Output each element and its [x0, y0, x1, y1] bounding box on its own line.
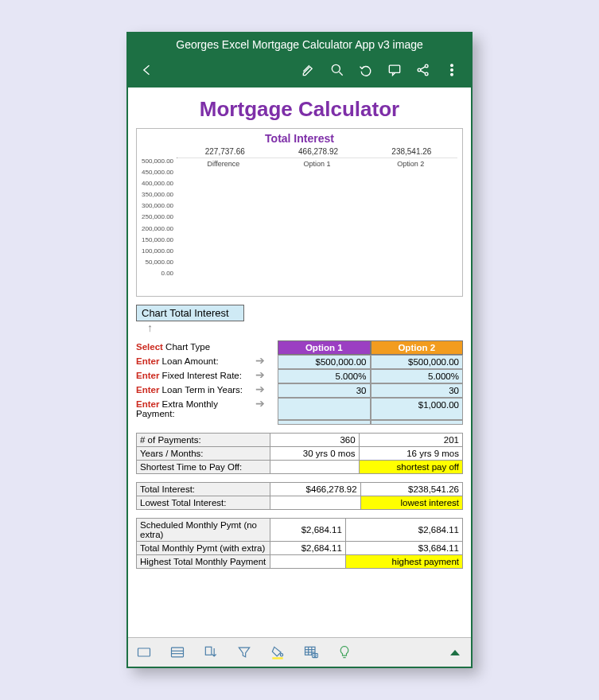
svg-rect-1 [389, 65, 399, 72]
column-header-option1: Option 1 [278, 340, 371, 355]
card-view-icon[interactable] [134, 643, 154, 662]
arrow-right-icon: ➔ [255, 383, 278, 398]
results-table-payments: # of Payments:360201 Years / Months:30 y… [136, 433, 463, 474]
document-content: Mortgage Calculator Total Interest 500,0… [128, 88, 471, 637]
chart-total-interest: Total Interest 500,000.00 450,000.00 400… [136, 128, 463, 297]
expand-up-icon[interactable] [445, 643, 465, 662]
filter-icon[interactable] [235, 643, 254, 662]
pointer-up-icon: ↑ [147, 321, 153, 334]
share-icon[interactable] [412, 59, 434, 81]
loan-term-option1[interactable]: 30 [278, 383, 371, 398]
comment-icon[interactable] [383, 59, 406, 81]
arrow-right-icon: ➔ [255, 398, 278, 420]
interest-rate-option1[interactable]: 5.000% [278, 369, 371, 383]
extra-payment-option1[interactable] [278, 398, 371, 420]
chart-plot: 227,737.66 466,278.92 238,541.26 [177, 158, 457, 158]
svg-rect-12 [205, 647, 212, 655]
chart-yaxis: 500,000.00 450,000.00 400,000.00 350,000… [142, 146, 177, 290]
undo-icon[interactable] [355, 59, 377, 81]
lowest-interest-badge: lowest interest [360, 496, 462, 510]
arrow-right-icon: ➔ [255, 355, 278, 369]
svg-point-3 [425, 64, 428, 68]
edit-icon[interactable] [298, 59, 320, 81]
app-window: Georges Excel Mortgage Calculator App v3… [126, 32, 473, 668]
window-title: Georges Excel Mortgage Calculator App v3… [128, 33, 471, 56]
results-table-monthly: Scheduled Monthly Pymt (no extra)$2,684.… [136, 518, 463, 569]
sort-icon[interactable] [201, 643, 220, 662]
search-icon[interactable] [326, 59, 348, 81]
top-toolbar [128, 56, 471, 88]
svg-point-7 [451, 74, 453, 76]
chart-type-selector[interactable]: Chart Total Interest [136, 305, 244, 321]
chart-title: Total Interest [142, 132, 457, 145]
loan-amount-option1[interactable]: $500,000.00 [278, 355, 371, 369]
chart-xaxis: Difference Option 1 Option 2 [177, 160, 457, 168]
results-table-interest: Total Interest:$466,278.92$238,541.26 Lo… [136, 482, 463, 510]
page-title: Mortgage Calculator [136, 97, 463, 122]
svg-point-2 [418, 68, 421, 72]
table-camera-icon[interactable] [301, 643, 321, 662]
svg-rect-9 [172, 648, 184, 657]
list-view-icon[interactable] [168, 643, 187, 662]
input-grid: Select Chart Type Option 1 Option 2 Ente… [136, 340, 463, 425]
svg-point-13 [280, 654, 282, 656]
svg-point-4 [425, 72, 428, 76]
bottom-toolbar [128, 637, 471, 667]
loan-amount-option2[interactable]: $500,000.00 [371, 355, 464, 369]
ideas-icon[interactable] [335, 643, 354, 662]
svg-rect-8 [138, 648, 150, 656]
svg-point-5 [451, 64, 453, 67]
svg-point-0 [332, 64, 340, 72]
column-header-option2: Option 2 [371, 340, 464, 355]
highest-payment-badge: highest payment [345, 555, 462, 569]
more-icon[interactable] [441, 59, 463, 81]
loan-term-option2[interactable]: 30 [371, 383, 464, 398]
interest-rate-option2[interactable]: 5.000% [371, 369, 464, 383]
extra-payment-option2[interactable]: $1,000.00 [371, 398, 464, 420]
results-section: # of Payments:360201 Years / Months:30 y… [136, 433, 463, 569]
fill-color-icon[interactable] [268, 643, 287, 662]
arrow-right-icon: ➔ [255, 369, 278, 383]
back-icon[interactable] [136, 59, 158, 81]
shortest-payoff-badge: shortest pay off [359, 461, 462, 474]
svg-point-6 [451, 69, 453, 72]
